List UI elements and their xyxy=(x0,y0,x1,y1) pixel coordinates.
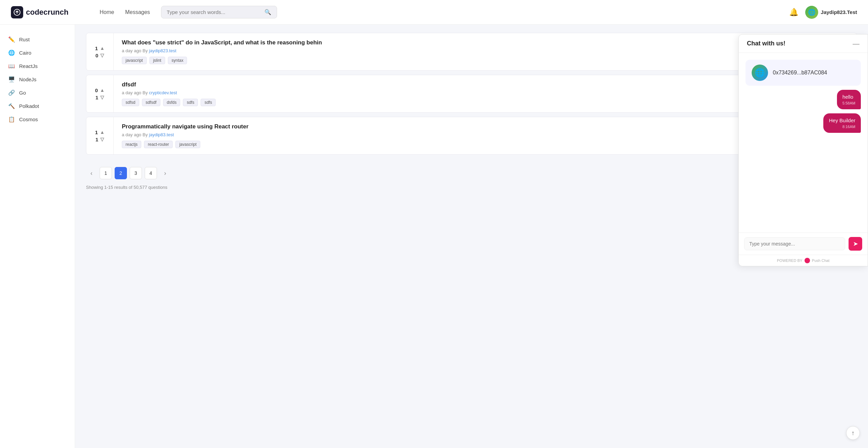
tag[interactable]: javascript xyxy=(122,57,147,64)
upvote-row-q3: 1 ▲ xyxy=(95,129,104,135)
tag[interactable]: jslint xyxy=(149,57,165,64)
chat-input-area: ➤ xyxy=(739,233,868,255)
main-layout: ✏️ Rust 🌐 Cairo 📖 ReactJs 🖥️ NodeJs 🔗 Go… xyxy=(0,25,868,448)
search-bar: 🔍 xyxy=(161,6,277,18)
rust-icon: ✏️ xyxy=(8,36,15,43)
vote-section-q3: 1 ▲ 1 ▽ xyxy=(86,117,114,154)
chat-send-button[interactable]: ➤ xyxy=(849,237,862,251)
search-icon: 🔍 xyxy=(264,9,271,15)
page-4-button[interactable]: 4 xyxy=(145,167,157,179)
main-nav: Home Messages xyxy=(100,9,150,15)
tag[interactable]: syntax xyxy=(168,57,187,64)
avatar: 🌐 xyxy=(805,6,818,19)
bell-icon[interactable]: 🔔 xyxy=(789,8,798,17)
tag[interactable]: sdfs xyxy=(183,99,198,106)
downvote-row-q1: 0 ▽ xyxy=(96,53,104,58)
chat-message-1: hello 5:58AM xyxy=(837,90,861,109)
pushchat-brand: Push Chat xyxy=(812,258,829,263)
sidebar-item-go[interactable]: 🔗 Go xyxy=(0,86,75,99)
chat-minimize-button[interactable]: — xyxy=(853,40,859,47)
sidebar-label-cairo: Cairo xyxy=(19,50,31,56)
pagination: ‹ 1 2 3 4 › xyxy=(86,167,171,179)
tag[interactable]: javascript xyxy=(175,141,200,148)
username: Jaydip823.Test xyxy=(821,9,857,15)
sidebar-item-rust[interactable]: ✏️ Rust xyxy=(0,33,75,46)
chat-input[interactable] xyxy=(744,237,845,250)
page-3-button[interactable]: 3 xyxy=(130,167,142,179)
sidebar-item-nodejs[interactable]: 🖥️ NodeJs xyxy=(0,73,75,86)
upvote-count-q1: 1 xyxy=(95,45,98,51)
chat-widget: Chat with us! — 🌐 0x734269...b87AC084 he… xyxy=(738,34,868,266)
tag[interactable]: sdfs xyxy=(201,99,216,106)
pushchat-logo-icon xyxy=(805,258,810,263)
search-input[interactable] xyxy=(167,9,261,15)
next-page-button[interactable]: › xyxy=(160,168,171,179)
user-menu[interactable]: 🌐 Jaydip823.Test xyxy=(805,6,857,19)
page-1-button[interactable]: 1 xyxy=(100,167,112,179)
upvote-row-q1: 1 ▲ xyxy=(95,45,104,51)
sidebar-item-cairo[interactable]: 🌐 Cairo xyxy=(0,46,75,59)
downvote-row-q3: 1 ▽ xyxy=(96,137,104,142)
page-2-button[interactable]: 2 xyxy=(115,167,127,179)
chat-footer: POWERED BY Push Chat xyxy=(739,255,868,266)
logo-icon xyxy=(11,6,23,18)
sidebar-item-polkadot[interactable]: 🔨 Polkadot xyxy=(0,99,75,113)
upvote-count-q3: 1 xyxy=(95,129,98,135)
upvote-row-q2: 0 ▲ xyxy=(95,87,104,93)
sidebar-item-cosmos[interactable]: 📋 Cosmos xyxy=(0,113,75,126)
upvote-arrow-q3[interactable]: ▲ xyxy=(100,129,105,135)
sidebar-label-cosmos: Cosmos xyxy=(19,116,38,122)
powered-by-label: POWERED BY xyxy=(777,258,802,263)
prev-page-button[interactable]: ‹ xyxy=(86,168,97,179)
polkadot-icon: 🔨 xyxy=(8,103,15,109)
upvote-arrow-q2[interactable]: ▲ xyxy=(100,87,105,93)
downvote-arrow-q3[interactable]: ▽ xyxy=(100,137,104,142)
chat-user-address: 0x734269...b87AC084 xyxy=(773,70,827,76)
tag[interactable]: sdfsd xyxy=(122,99,139,106)
cosmos-icon: 📋 xyxy=(8,116,15,123)
chat-messages: 🌐 0x734269...b87AC084 hello 5:58AM Hey B… xyxy=(739,53,868,233)
header: codecrunch Home Messages 🔍 🔔 🌐 Jaydip823… xyxy=(0,0,868,25)
question-author-q3[interactable]: jaydip83.test xyxy=(149,132,174,137)
chat-message-2: Hey Builder 8:16AM xyxy=(823,113,861,133)
sidebar: ✏️ Rust 🌐 Cairo 📖 ReactJs 🖥️ NodeJs 🔗 Go… xyxy=(0,25,75,448)
downvote-count-q3: 1 xyxy=(96,137,98,142)
sidebar-label-reactjs: ReactJs xyxy=(19,63,38,69)
sidebar-label-nodejs: NodeJs xyxy=(19,76,37,82)
nav-home[interactable]: Home xyxy=(100,9,114,15)
tag[interactable]: sdfsdf xyxy=(142,99,160,106)
chat-user-avatar: 🌐 xyxy=(752,65,768,81)
chat-title: Chat with us! xyxy=(747,40,785,47)
nav-messages[interactable]: Messages xyxy=(125,9,150,15)
nodejs-icon: 🖥️ xyxy=(8,76,15,83)
tag[interactable]: dsfds xyxy=(163,99,180,106)
downvote-count-q2: 1 xyxy=(96,95,98,100)
cairo-icon: 🌐 xyxy=(8,50,15,56)
chat-user-card: 🌐 0x734269...b87AC084 xyxy=(746,60,861,86)
downvote-arrow-q1[interactable]: ▽ xyxy=(100,53,104,58)
tag[interactable]: react-router xyxy=(144,141,173,148)
reactjs-icon: 📖 xyxy=(8,63,15,69)
downvote-count-q1: 0 xyxy=(96,53,98,58)
scroll-up-button[interactable]: ↑ xyxy=(846,426,860,440)
vote-section-q1: 1 ▲ 0 ▽ xyxy=(86,33,114,70)
chat-header: Chat with us! — xyxy=(739,34,868,53)
sidebar-label-polkadot: Polkadot xyxy=(19,103,39,109)
send-icon: ➤ xyxy=(853,240,858,248)
sidebar-label-go: Go xyxy=(19,90,26,96)
tag[interactable]: reactjs xyxy=(122,141,141,148)
downvote-arrow-q2[interactable]: ▽ xyxy=(100,95,104,100)
question-author-q1[interactable]: jaydip823.test xyxy=(149,48,176,53)
sidebar-item-reactjs[interactable]: 📖 ReactJs xyxy=(0,59,75,73)
go-icon: 🔗 xyxy=(8,89,15,96)
sidebar-label-rust: Rust xyxy=(19,37,30,42)
question-author-q2[interactable]: crypticdev.test xyxy=(149,90,177,95)
vote-section-q2: 0 ▲ 1 ▽ xyxy=(86,75,114,112)
logo-text: codecrunch xyxy=(26,8,69,17)
logo[interactable]: codecrunch xyxy=(11,6,86,18)
upvote-arrow-q1[interactable]: ▲ xyxy=(100,45,105,51)
header-right: 🔔 🌐 Jaydip823.Test xyxy=(789,6,857,19)
downvote-row-q2: 1 ▽ xyxy=(96,95,104,100)
upvote-count-q2: 0 xyxy=(95,87,98,93)
